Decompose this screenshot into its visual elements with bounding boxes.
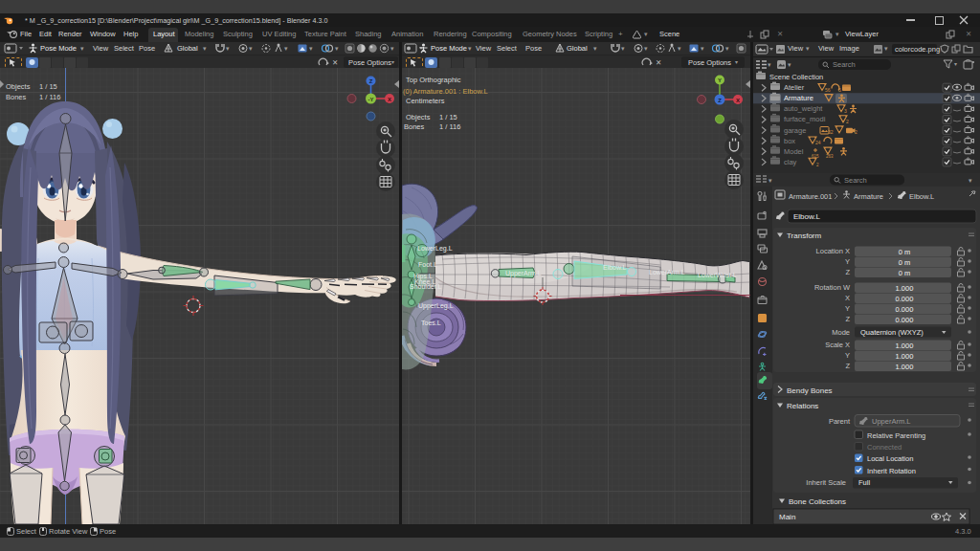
svg-text:Transform: Transform	[787, 231, 821, 240]
svg-text:1.000: 1.000	[896, 342, 914, 350]
svg-text:Scene Collection: Scene Collection	[769, 73, 823, 81]
svg-text:Centimeters: Centimeters	[406, 97, 445, 105]
svg-text:263: 263	[826, 154, 834, 159]
svg-text:Mode: Mode	[832, 328, 850, 337]
svg-text:Bones: Bones	[404, 122, 425, 131]
svg-text:Full: Full	[858, 478, 870, 487]
svg-text:Relations: Relations	[787, 402, 818, 410]
svg-text:Elbow.L: Elbow.L	[603, 264, 627, 271]
svg-text:Parent: Parent	[829, 417, 851, 426]
svg-text:Armature: Armature	[784, 94, 813, 102]
svg-text:2: 2	[855, 129, 858, 135]
svg-text:1 / 15: 1 / 15	[39, 82, 57, 91]
svg-text:Main: Main	[779, 513, 795, 521]
svg-text:0 m: 0 m	[899, 269, 911, 277]
svg-text:Foot.L: Foot.L	[418, 261, 437, 268]
svg-text:0 m: 0 m	[899, 248, 911, 256]
svg-text:Y: Y	[845, 351, 850, 360]
svg-text:UpperArm.L: UpperArm.L	[872, 417, 910, 426]
svg-text:Objects: Objects	[406, 113, 431, 121]
svg-text:X: X	[388, 97, 391, 102]
svg-text:Inherit Rotation: Inherit Rotation	[867, 467, 916, 475]
svg-text:furface_modi: furface_modi	[784, 115, 826, 123]
svg-text:(0) Armature.001 : Elbow.L: (0) Armature.001 : Elbow.L	[403, 87, 488, 96]
svg-text:1.000: 1.000	[896, 363, 914, 371]
svg-text:Scale X: Scale X	[825, 341, 850, 349]
svg-text:Relative Parenting: Relative Parenting	[867, 431, 925, 440]
svg-text:Z: Z	[845, 362, 850, 370]
svg-text:1 / 116: 1 / 116	[39, 93, 60, 101]
svg-text:X: X	[845, 294, 850, 302]
svg-text:UpperArm.L: UpperArm.L	[505, 270, 542, 277]
svg-text:0 m: 0 m	[899, 258, 911, 267]
svg-text:X: X	[736, 98, 740, 103]
svg-text:auto_weight: auto_weight	[784, 104, 823, 113]
svg-text:Search: Search	[844, 176, 867, 185]
svg-text:0.000: 0.000	[896, 305, 914, 314]
svg-text:UpperLeg.L: UpperLeg.L	[418, 302, 454, 310]
svg-text:Location X: Location X	[816, 247, 850, 255]
svg-text:0.000: 0.000	[896, 295, 914, 303]
svg-text:Y: Y	[845, 257, 850, 266]
svg-text:▾: ▾	[768, 177, 772, 184]
svg-text:clay: clay	[784, 158, 797, 166]
svg-text:garage: garage	[784, 126, 806, 135]
svg-text:Bone Collections: Bone Collections	[789, 497, 846, 506]
svg-text:Z: Z	[369, 78, 373, 84]
svg-text:box: box	[784, 137, 795, 145]
svg-text:Z: Z	[845, 315, 850, 323]
svg-text:5: 5	[838, 87, 841, 93]
svg-text:1 / 116: 1 / 116	[439, 122, 460, 131]
svg-text:1.000: 1.000	[896, 284, 914, 293]
svg-text:Z: Z	[718, 98, 722, 103]
svg-text:1.000: 1.000	[896, 352, 914, 361]
svg-text:Connected: Connected	[867, 443, 902, 452]
svg-text:3: 3	[844, 108, 847, 114]
svg-text:Bendy Bones: Bendy Bones	[787, 386, 833, 395]
svg-text:LowerArm.L: LowerArm.L	[649, 269, 685, 276]
svg-text:Elbow.L: Elbow.L	[909, 192, 934, 201]
svg-text:Toes.L: Toes.L	[421, 320, 441, 326]
svg-text:▾: ▾	[969, 177, 972, 184]
svg-text:Quaternion (WXYZ): Quaternion (WXYZ)	[860, 328, 924, 337]
svg-text:LowerLeg.L: LowerLeg.L	[417, 245, 453, 253]
svg-text:Armature: Armature	[854, 192, 883, 201]
svg-text:Top Orthographic: Top Orthographic	[406, 76, 461, 84]
svg-text:32: 32	[828, 129, 834, 135]
svg-text:0.000: 0.000	[896, 316, 914, 324]
svg-text:Rotation W: Rotation W	[814, 283, 851, 292]
svg-text:Objects: Objects	[6, 82, 31, 91]
svg-text:Armature.001: Armature.001	[789, 192, 832, 201]
svg-text:Z: Z	[845, 268, 850, 276]
svg-text:2: 2	[816, 163, 819, 167]
svg-text:2: 2	[846, 119, 849, 124]
svg-text:Local Location: Local Location	[867, 454, 913, 463]
svg-text:Bones: Bones	[6, 93, 27, 101]
svg-text:Shoulder.L: Shoulder.L	[410, 283, 442, 290]
svg-text:Inherit Scale: Inherit Scale	[806, 478, 846, 487]
svg-text:Y: Y	[718, 77, 722, 83]
svg-text:1 / 15: 1 / 15	[439, 113, 457, 121]
svg-text:-Y: -Y	[368, 97, 374, 102]
svg-text:24: 24	[815, 140, 821, 145]
svg-text:Y: Y	[845, 304, 850, 313]
svg-text:Model: Model	[784, 147, 804, 156]
svg-text:Atelier: Atelier	[784, 83, 805, 92]
svg-text:LowerWrist.L: LowerWrist.L	[698, 272, 737, 278]
svg-text:56: 56	[825, 87, 831, 93]
svg-text:Elbow.L: Elbow.L	[793, 212, 821, 221]
